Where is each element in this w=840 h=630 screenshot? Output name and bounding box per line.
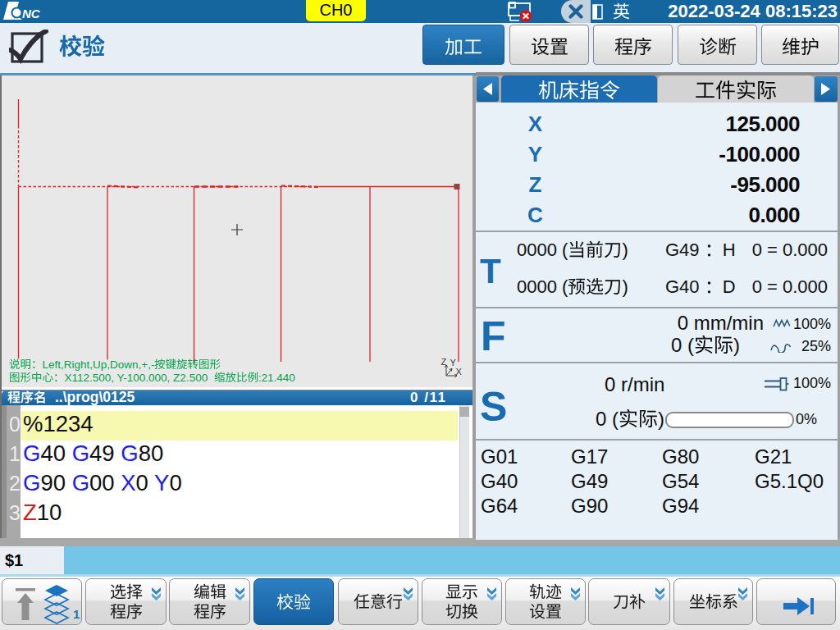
svg-text:Z: Z — [441, 357, 447, 367]
svg-text:X: X — [456, 367, 463, 377]
svg-text:NC: NC — [22, 7, 41, 21]
